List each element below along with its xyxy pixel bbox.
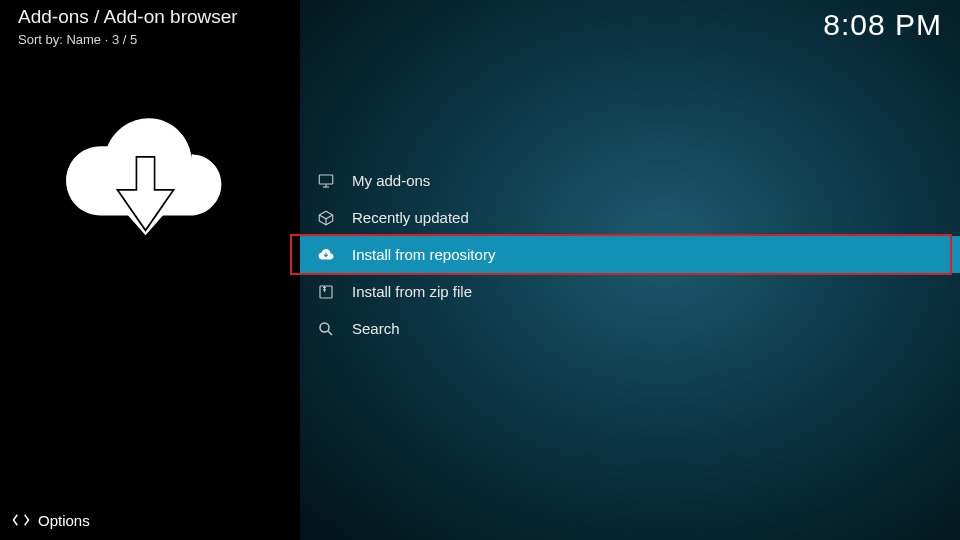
breadcrumb: Add-ons / Add-on browser: [18, 6, 238, 28]
menu-item-recently-updated[interactable]: Recently updated: [300, 199, 960, 236]
svg-point-10: [320, 323, 329, 332]
menu-item-label: Install from repository: [352, 246, 495, 263]
cloud-download-icon: [316, 245, 336, 265]
package-icon: [316, 208, 336, 228]
clock: 8:08 PM: [823, 8, 942, 42]
menu-item-label: Install from zip file: [352, 283, 472, 300]
download-cloud-icon: [63, 100, 228, 255]
zip-icon: [316, 282, 336, 302]
svg-rect-2: [319, 175, 333, 184]
menu-item-label: Search: [352, 320, 400, 337]
menu-item-install-from-zip-file[interactable]: Install from zip file: [300, 273, 960, 310]
main-panel: 8:08 PM My add-onsRecently updatedInstal…: [300, 0, 960, 540]
sort-info: Sort by: Name · 3 / 5: [18, 32, 137, 47]
menu-item-my-add-ons[interactable]: My add-ons: [300, 162, 960, 199]
options-icon: [12, 511, 30, 529]
options-label: Options: [38, 512, 90, 529]
monitor-icon: [316, 171, 336, 191]
svg-line-11: [328, 331, 332, 335]
footer-options[interactable]: Options: [0, 500, 960, 540]
search-icon: [316, 319, 336, 339]
menu-item-install-from-repository[interactable]: Install from repository: [300, 236, 960, 273]
menu-item-label: My add-ons: [352, 172, 430, 189]
menu-item-search[interactable]: Search: [300, 310, 960, 347]
sidebar: Add-ons / Add-on browser Sort by: Name ·…: [0, 0, 300, 540]
menu-item-label: Recently updated: [352, 209, 469, 226]
addon-menu: My add-onsRecently updatedInstall from r…: [300, 162, 960, 347]
